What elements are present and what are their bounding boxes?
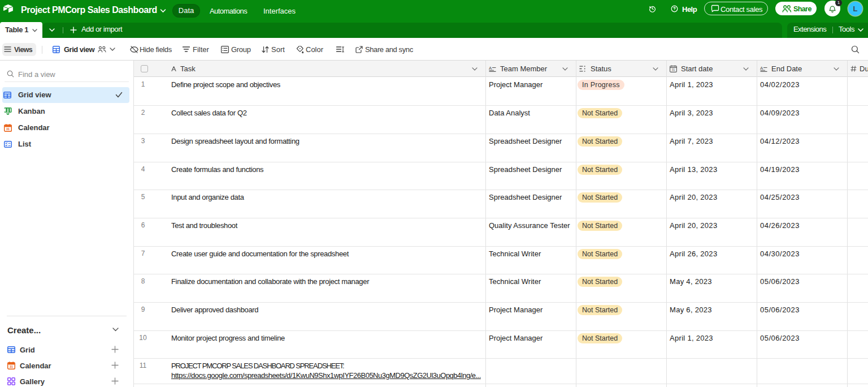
svg-text:A: A	[760, 66, 763, 71]
svg-text:31: 31	[6, 127, 10, 131]
svg-text:31: 31	[10, 365, 13, 368]
svg-text:31: 31	[672, 68, 675, 71]
svg-text:A: A	[489, 66, 492, 71]
